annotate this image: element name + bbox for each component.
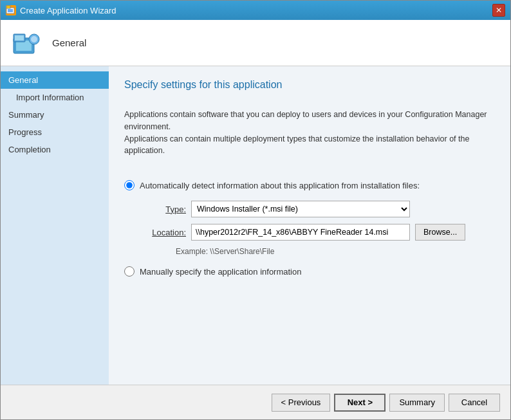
description-box: Applications contain software that you c…: [124, 101, 495, 165]
header-label: General: [52, 37, 86, 48]
svg-rect-1: [8, 9, 13, 12]
type-label: Type:: [140, 205, 186, 214]
location-input[interactable]: [191, 224, 410, 241]
content-title: Specify settings for this application: [124, 79, 495, 91]
next-button[interactable]: Next >: [334, 394, 386, 412]
svg-rect-2: [6, 6, 10, 8]
svg-rect-6: [15, 35, 24, 41]
content-area: Specify settings for this application Ap…: [109, 66, 510, 385]
header-strip: General: [1, 20, 510, 66]
close-button[interactable]: ✕: [492, 4, 505, 17]
sidebar-item-import-information[interactable]: Import Information: [1, 89, 109, 106]
wizard-window: Create Application Wizard ✕ General Gene…: [0, 0, 511, 420]
manual-radio[interactable]: [124, 266, 135, 277]
sidebar-item-general[interactable]: General: [1, 71, 109, 89]
manual-label: Manually specify the application informa…: [140, 267, 301, 277]
form-grid: Type: Windows Installer (*.msi file) Scr…: [140, 201, 495, 241]
type-select[interactable]: Windows Installer (*.msi file) Script In…: [191, 201, 410, 217]
location-row: Location: Browse...: [140, 224, 495, 241]
app-icon: [6, 5, 16, 15]
browse-button[interactable]: Browse...: [415, 224, 465, 241]
auto-detect-radio[interactable]: [124, 180, 135, 190]
sidebar-item-completion[interactable]: Completion: [1, 141, 109, 158]
example-text: Example: \\Server\Share\File: [176, 247, 495, 256]
svg-point-8: [31, 36, 37, 42]
footer: < Previous Next > Summary Cancel: [1, 385, 510, 419]
title-bar-left: Create Application Wizard: [6, 5, 116, 15]
cancel-button[interactable]: Cancel: [449, 394, 500, 412]
auto-detect-label: Automatically detect information about t…: [140, 181, 420, 190]
location-label: Location:: [140, 228, 186, 237]
wizard-body: General Import Information Summary Progr…: [1, 66, 510, 385]
radio-section: Automatically detect information about t…: [124, 180, 495, 277]
description-line1: Applications contain software that you c…: [124, 109, 495, 133]
sidebar-item-summary[interactable]: Summary: [1, 106, 109, 123]
auto-detect-row: Automatically detect information about t…: [124, 180, 495, 190]
sidebar: General Import Information Summary Progr…: [1, 66, 109, 385]
manual-row: Manually specify the application informa…: [124, 266, 495, 277]
window-title: Create Application Wizard: [20, 6, 116, 15]
wizard-header-icon: [11, 28, 42, 59]
title-bar: Create Application Wizard ✕: [1, 1, 510, 20]
sidebar-item-progress[interactable]: Progress: [1, 123, 109, 141]
previous-button[interactable]: < Previous: [272, 394, 331, 412]
summary-button[interactable]: Summary: [389, 394, 445, 412]
type-row: Type: Windows Installer (*.msi file) Scr…: [140, 201, 495, 217]
description-line2: Applications can contain multiple deploy…: [124, 133, 495, 158]
